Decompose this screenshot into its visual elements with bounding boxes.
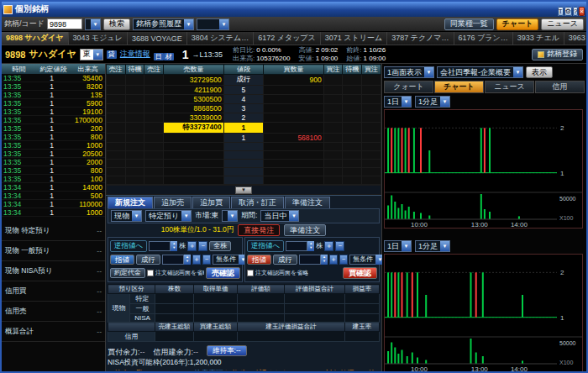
- sell-price-input[interactable]: ▲▼: [162, 255, 191, 265]
- price-cell[interactable]: [223, 151, 264, 160]
- info-tab-チャート[interactable]: チャート: [434, 81, 484, 93]
- stock-tab-6172[interactable]: 6172 メタップス: [254, 32, 321, 45]
- price-cell[interactable]: 1: [223, 134, 264, 143]
- board-row[interactable]: [107, 143, 381, 151]
- register-symbol-button[interactable]: 銘柄登録: [532, 49, 583, 60]
- sell-quantity-cell[interactable]: 32729500: [164, 75, 223, 86]
- sell-quantity-cell[interactable]: 8868500: [164, 104, 223, 113]
- buy-limit-button[interactable]: 指値: [247, 255, 271, 265]
- buy-condition-select[interactable]: 無条件▼: [349, 255, 386, 265]
- board-center-button[interactable]: ▼: [235, 186, 252, 194]
- price-cell[interactable]: 4: [223, 95, 264, 104]
- chart2-canvas[interactable]: 2150000X10010:0013:0014:00: [384, 254, 583, 373]
- show-button[interactable]: 表示: [526, 66, 553, 78]
- sell-condition-select[interactable]: 無条件▼: [213, 255, 249, 265]
- buy-price-minus-button[interactable]: －: [339, 255, 348, 265]
- order-type-select[interactable]: 現物▼: [111, 210, 142, 222]
- info-tab-ニュース[interactable]: ニュース: [485, 81, 534, 93]
- maintenance-rate-button[interactable]: 維持率:--: [207, 345, 247, 356]
- chart1-period-select[interactable]: 1日▼: [384, 96, 412, 108]
- order-tab-追加売[interactable]: 追加売: [154, 197, 192, 208]
- sell-quantity-cell[interactable]: [164, 134, 223, 143]
- buy-quantity-cell[interactable]: [264, 168, 323, 176]
- search-button[interactable]: 検索: [103, 18, 130, 30]
- execution-amount-button[interactable]: 約定代金: [110, 268, 145, 278]
- price-cell[interactable]: [223, 176, 264, 185]
- spinner-arrows-icon[interactable]: ▲▼: [307, 241, 314, 251]
- info-tab-クォート[interactable]: クォート: [384, 81, 433, 93]
- board-row[interactable]: 32729500成行900: [107, 75, 381, 86]
- buy-quantity-cell[interactable]: [264, 151, 323, 160]
- order-tab-取消・訂正[interactable]: 取消・訂正: [231, 197, 284, 208]
- buy-skip-confirm-checkbox[interactable]: [247, 270, 254, 276]
- sell-qty-plus-button[interactable]: ＋: [187, 241, 197, 251]
- sell-quantity-cell[interactable]: 4211900: [164, 86, 223, 95]
- sell-limit-button[interactable]: 指値: [110, 255, 134, 265]
- buy-quantity-cell[interactable]: [264, 176, 323, 185]
- sell-quantity-cell[interactable]: [164, 143, 223, 151]
- board-row[interactable]: 特337374001: [107, 123, 381, 134]
- stock-tab-3804[interactable]: 3804 システム…: [187, 32, 254, 45]
- chart1-canvas[interactable]: 2150000X10010:0013:0014:00: [384, 109, 583, 229]
- order-tab-準備注文[interactable]: 準備注文: [285, 197, 330, 208]
- buy-quantity-cell[interactable]: [264, 160, 323, 168]
- sell-all-shares-button[interactable]: 全株: [209, 241, 231, 251]
- buy-price-plus-button[interactable]: ＋: [329, 255, 338, 265]
- buy-market-button[interactable]: 成行: [273, 255, 297, 265]
- symbol-code-input[interactable]: [47, 18, 82, 29]
- sell-stop-order-button[interactable]: 逆指値へ: [110, 240, 147, 252]
- tool-button[interactable]: T: [558, 7, 564, 16]
- sell-price-plus-button[interactable]: ＋: [192, 255, 201, 265]
- board-row[interactable]: 53005004: [107, 95, 381, 104]
- buy-quantity-cell[interactable]: [264, 113, 323, 123]
- buy-quantity-cell[interactable]: 900: [264, 75, 323, 86]
- buy-quantity-input[interactable]: ▲▼: [286, 241, 314, 251]
- sell-quantity-cell[interactable]: 5300500: [164, 95, 223, 104]
- stock-tab-3071[interactable]: 3071 ストリーム: [321, 32, 387, 45]
- notice-link[interactable]: こちらのご注意事項: [158, 369, 223, 370]
- sell-quantity-cell[interactable]: [164, 151, 223, 160]
- stock-tab-3933[interactable]: 3933 チエル: [513, 32, 564, 45]
- sell-quantity-cell[interactable]: 特33737400: [164, 123, 223, 134]
- sell-confirm-button[interactable]: 売確認: [206, 267, 240, 279]
- close-button[interactable]: ×: [579, 7, 585, 16]
- stock-tab-3787[interactable]: 3787 テクノマ…: [387, 32, 454, 45]
- chart1-interval-select[interactable]: 1分足▼: [415, 96, 450, 108]
- stock-tab-9898[interactable]: 9898 サハダイヤ: [2, 32, 69, 45]
- buy-qty-plus-button[interactable]: ＋: [324, 241, 333, 251]
- sell-price-minus-button[interactable]: －: [202, 255, 211, 265]
- sell-skip-confirm-checkbox[interactable]: [147, 270, 154, 276]
- spinner-arrows-icon[interactable]: ▲▼: [321, 255, 328, 265]
- help-button[interactable]: ?: [573, 7, 578, 16]
- spinner-arrows-icon[interactable]: ▲▼: [184, 255, 191, 265]
- news-button[interactable]: ニュース: [541, 18, 584, 30]
- stock-tab-3963[interactable]: 3963 シンクロ…: [564, 32, 586, 45]
- buy-quantity-cell[interactable]: [264, 86, 323, 95]
- order-tab-新規注文[interactable]: 新規注文: [108, 197, 153, 208]
- sell-quantity-cell[interactable]: 33039000: [164, 113, 223, 123]
- stock-tab-3688[interactable]: 3688 VOYAGE: [128, 32, 187, 45]
- sell-quantity-cell[interactable]: [164, 176, 223, 185]
- caution-info-link[interactable]: 注意情報: [120, 49, 150, 60]
- reference-select[interactable]: ▼: [197, 18, 229, 30]
- order-account-select[interactable]: 特定預り▼: [145, 210, 192, 222]
- history-select[interactable]: 銘柄参照履歴▼: [133, 18, 194, 30]
- board-row[interactable]: 1568100: [107, 134, 381, 143]
- board-row[interactable]: 42119005: [107, 86, 381, 95]
- buy-quantity-cell[interactable]: [264, 123, 323, 134]
- content-select[interactable]: 会社四季報-企業概要▼: [437, 66, 523, 78]
- chart-button[interactable]: チャート: [496, 18, 539, 30]
- order-market-select[interactable]: ▼: [222, 210, 238, 222]
- board-row[interactable]: [107, 160, 381, 168]
- buy-quantity-cell[interactable]: [264, 95, 323, 104]
- info-tab-信用[interactable]: 信用: [535, 81, 585, 93]
- price-cell[interactable]: 2: [223, 113, 264, 123]
- industry-list-button[interactable]: 同業種一覧: [444, 18, 494, 30]
- board-row[interactable]: [107, 151, 381, 160]
- direct-order-button[interactable]: 直接発注: [238, 224, 280, 236]
- buy-quantity-cell[interactable]: [264, 104, 323, 113]
- sell-quantity-cell[interactable]: [164, 168, 223, 176]
- sell-quantity-input[interactable]: ▲▼: [149, 241, 177, 251]
- buy-price-input[interactable]: ▲▼: [299, 255, 328, 265]
- titlebar[interactable]: 個別銘柄 T⚙?×: [2, 2, 586, 17]
